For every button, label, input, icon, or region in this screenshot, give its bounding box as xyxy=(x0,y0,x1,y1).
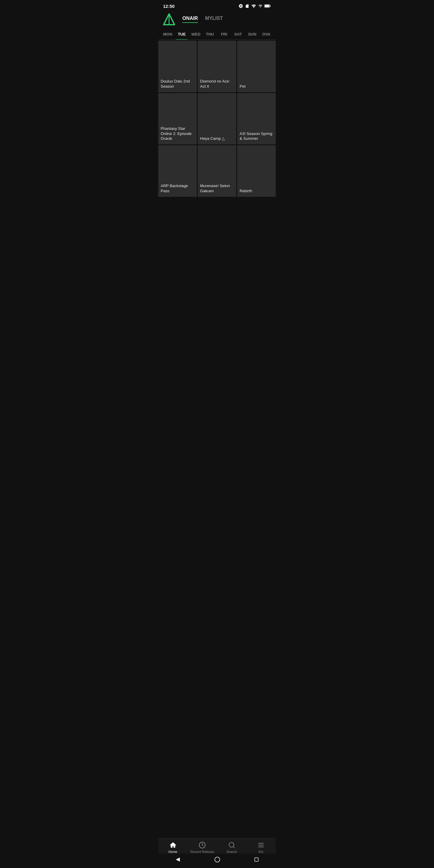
anime-title: ARP Backstage Pass xyxy=(161,184,194,194)
day-tab-wed[interactable]: WED xyxy=(189,29,203,39)
sdcard-icon xyxy=(245,4,249,8)
svg-point-13 xyxy=(215,857,220,862)
day-tab-mon[interactable]: MON xyxy=(161,29,175,39)
bottom-nav-etc[interactable]: Etc xyxy=(247,841,276,854)
search-icon xyxy=(228,841,236,849)
anime-title: Murenase! Seton Gakuen xyxy=(200,184,234,194)
tab-onair[interactable]: ONAIR xyxy=(182,16,198,23)
list-item[interactable]: Phantasy Star Online 2: Episode Oracle xyxy=(158,93,197,145)
search-label: Search xyxy=(226,850,237,854)
list-item[interactable]: ARP Backstage Pass xyxy=(158,145,197,197)
day-tabs: MON TUE WED THU FRI SAT SUN OVA xyxy=(158,29,276,40)
bottom-nav-search[interactable]: Search xyxy=(217,841,247,854)
home-button[interactable] xyxy=(214,857,220,864)
clock-icon xyxy=(198,841,206,849)
day-tab-sat[interactable]: SAT xyxy=(231,29,245,39)
signal-icon xyxy=(258,4,262,8)
recents-button[interactable] xyxy=(254,857,259,864)
main-nav-tabs: ONAIR MYLIST xyxy=(182,16,223,23)
svg-line-8 xyxy=(233,846,234,848)
day-tab-tue[interactable]: TUE xyxy=(175,29,189,39)
status-time: 12:50 xyxy=(163,4,175,9)
anime-title: Heya Camp △ xyxy=(200,136,225,141)
day-tab-ova[interactable]: OVA xyxy=(259,29,273,39)
day-tab-thu[interactable]: THU xyxy=(203,29,217,39)
list-item[interactable]: Heya Camp △ xyxy=(198,93,236,145)
recent-label: Recent Release xyxy=(190,850,214,854)
svg-point-7 xyxy=(229,842,234,847)
list-item[interactable]: Douluo Dalu 2nd Season xyxy=(158,41,197,92)
anime-title: Rebirth xyxy=(240,189,252,194)
svg-marker-12 xyxy=(176,858,180,861)
home-icon xyxy=(169,841,177,849)
settings-icon xyxy=(239,4,243,8)
day-tab-sun[interactable]: SUN xyxy=(245,29,259,39)
top-nav: ONAIR MYLIST xyxy=(158,11,276,29)
list-item[interactable]: Pet xyxy=(237,41,276,92)
app-logo[interactable] xyxy=(163,13,175,25)
battery-icon xyxy=(264,4,271,8)
system-nav-bar xyxy=(158,854,276,868)
list-item[interactable]: Murenase! Seton Gakuen xyxy=(198,145,236,197)
anime-title: Diamond no Ace: Act II xyxy=(200,79,234,89)
list-item[interactable]: A3! Season Spring & Summer xyxy=(237,93,276,145)
anime-title: A3! Season Spring & Summer xyxy=(240,131,273,142)
status-bar: 12:50 xyxy=(158,0,276,11)
list-item[interactable]: Rebirth xyxy=(237,145,276,197)
anime-grid: Douluo Dalu 2nd Season Diamond no Ace: A… xyxy=(158,40,276,198)
day-tab-fri[interactable]: FRI xyxy=(217,29,231,39)
svg-rect-14 xyxy=(255,858,258,861)
etc-label: Etc xyxy=(258,850,264,854)
tab-mylist[interactable]: MYLIST xyxy=(205,16,223,23)
anime-title: Pet xyxy=(240,84,246,89)
wifi-icon xyxy=(251,4,256,8)
svg-rect-1 xyxy=(270,5,270,7)
bottom-nav-home[interactable]: Home xyxy=(158,841,188,854)
svg-rect-2 xyxy=(265,5,269,7)
home-label: Home xyxy=(168,850,177,854)
bottom-nav-recent[interactable]: Recent Release xyxy=(188,841,217,854)
back-button[interactable] xyxy=(175,857,181,864)
anime-title: Phantasy Star Online 2: Episode Oracle xyxy=(161,126,194,142)
anime-title: Douluo Dalu 2nd Season xyxy=(161,79,194,89)
menu-icon xyxy=(257,841,265,849)
list-item[interactable]: Diamond no Ace: Act II xyxy=(198,41,236,92)
status-icons xyxy=(239,4,271,8)
